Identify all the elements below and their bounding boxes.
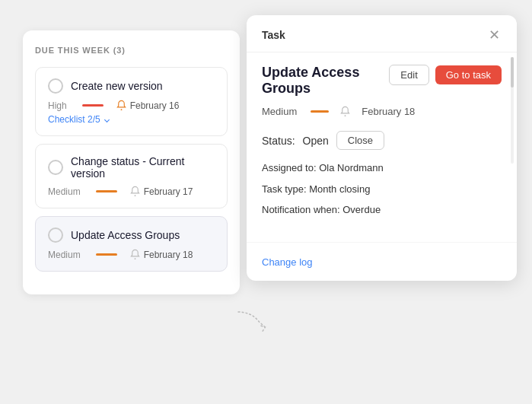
assigned-row: Assigned to: Ola Nordmann bbox=[262, 161, 502, 176]
edit-button[interactable]: Edit bbox=[389, 65, 428, 85]
task-card-3[interactable]: Update Access Groups Medium February 18 bbox=[35, 216, 228, 272]
svg-point-2 bbox=[134, 258, 135, 259]
notification-row: Notification when: Overdue bbox=[262, 202, 502, 218]
assigned-label: Assigned to: bbox=[262, 162, 317, 173]
task-detail-meta: Medium February 18 bbox=[262, 106, 502, 117]
task-checkbox-1[interactable] bbox=[48, 78, 63, 94]
bell-icon-1 bbox=[116, 100, 127, 111]
close-status-button[interactable]: Close bbox=[336, 131, 384, 150]
task-name-3: Update Access Groups bbox=[71, 229, 180, 241]
task-date-1: February 16 bbox=[130, 100, 180, 111]
modal-header: Task ✕ bbox=[247, 15, 517, 52]
task-type-label: Task type: bbox=[262, 183, 307, 195]
assigned-value: Ola Nordmann bbox=[319, 162, 384, 173]
goto-task-button[interactable]: Go to task bbox=[435, 65, 502, 84]
task-modal: Task ✕ Update Access Groups Edit Go to t… bbox=[247, 15, 517, 281]
priority-label-2: Medium bbox=[48, 186, 81, 197]
task-date-2: February 17 bbox=[144, 186, 193, 197]
task-name-2: Change status - Current version bbox=[71, 155, 215, 180]
svg-point-3 bbox=[345, 115, 346, 116]
task-type-value: Month closing bbox=[309, 183, 370, 195]
notification-value: Overdue bbox=[342, 204, 381, 215]
modal-priority-bar bbox=[311, 110, 329, 113]
task-checkbox-2[interactable] bbox=[48, 160, 63, 175]
modal-date: February 18 bbox=[362, 106, 415, 117]
task-card-2[interactable]: Change status - Current version Medium F… bbox=[35, 144, 228, 208]
priority-bar-3 bbox=[96, 253, 117, 256]
priority-label-3: Medium bbox=[48, 250, 81, 260]
modal-footer: Change log bbox=[247, 242, 517, 281]
bell-icon-3 bbox=[129, 249, 141, 260]
svg-point-1 bbox=[134, 195, 135, 196]
panel-title: DUE THIS WEEK (3) bbox=[35, 46, 228, 55]
task-checkbox-3[interactable] bbox=[48, 227, 63, 243]
task-name-1: Create new version bbox=[71, 80, 163, 92]
left-panel: DUE THIS WEEK (3) Create new version Hig… bbox=[23, 30, 240, 294]
bell-icon-2 bbox=[129, 186, 141, 197]
priority-label-1: High bbox=[48, 100, 67, 111]
connector-arrow bbox=[234, 310, 269, 333]
modal-priority-label: Medium bbox=[262, 106, 297, 117]
status-value: Open bbox=[303, 135, 329, 147]
task-date-3: February 18 bbox=[144, 250, 193, 260]
task-detail-header: Update Access Groups Edit Go to task bbox=[262, 65, 502, 97]
status-row: Status: Open Close bbox=[262, 131, 502, 150]
notification-label: Notification when: bbox=[262, 204, 340, 215]
scrollbar-track[interactable] bbox=[511, 57, 514, 164]
task-type-row: Task type: Month closing bbox=[262, 182, 502, 197]
status-label: Status: bbox=[262, 135, 295, 147]
modal-title: Task bbox=[262, 29, 285, 41]
scrollbar-thumb[interactable] bbox=[511, 57, 514, 87]
modal-bell-icon bbox=[339, 106, 351, 117]
task-detail-title: Update Access Groups bbox=[262, 65, 380, 97]
priority-bar-1 bbox=[82, 104, 104, 107]
chevron-down-icon-1 bbox=[104, 116, 110, 122]
svg-point-0 bbox=[120, 109, 122, 110]
task-detail-actions: Edit Go to task bbox=[389, 65, 502, 85]
checklist-link-1[interactable]: Checklist 2/5 bbox=[48, 114, 215, 125]
task-card-1[interactable]: Create new version High February 16 Chec… bbox=[35, 67, 228, 136]
priority-bar-2 bbox=[96, 190, 117, 192]
close-button[interactable]: ✕ bbox=[486, 27, 502, 43]
modal-body: Update Access Groups Edit Go to task Med… bbox=[247, 52, 517, 236]
change-log-link[interactable]: Change log bbox=[262, 256, 313, 268]
